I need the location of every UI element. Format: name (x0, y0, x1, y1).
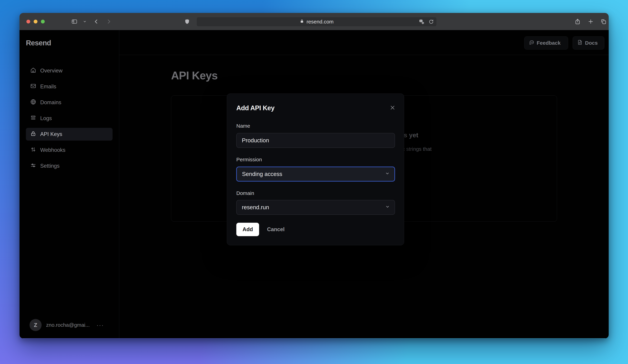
permission-label: Permission (236, 157, 262, 163)
sidebar-item-overview[interactable]: Overview (26, 64, 113, 77)
sidebar-item-label: API Keys (40, 131, 62, 137)
svg-text:文: 文 (422, 22, 424, 24)
forward-button[interactable] (106, 19, 112, 24)
sidebar-item-label: Overview (40, 68, 63, 74)
new-tab-button[interactable] (588, 19, 594, 24)
address-bar[interactable]: resend.com A 文 (196, 17, 437, 27)
chevron-down-icon (385, 204, 390, 211)
plus-icon (588, 19, 594, 24)
sidebar-item-logs[interactable]: Logs (26, 112, 113, 125)
translate-icon: A 文 (419, 19, 424, 24)
svg-text:A: A (420, 20, 422, 22)
url-text: resend.com (307, 19, 334, 25)
sidebar-item-label: Webhooks (40, 147, 66, 153)
name-input[interactable]: Production (236, 133, 395, 148)
translate-button[interactable]: A 文 (419, 19, 424, 24)
back-button[interactable] (93, 19, 99, 24)
resend-dashboard: Resend Overview Emails Domains Logs (19, 30, 609, 338)
sidebar-item-domains[interactable]: Domains (26, 96, 113, 109)
tab-group-chevron-button[interactable] (83, 20, 86, 23)
feedback-bubble-icon (529, 40, 534, 46)
tab-overview-button[interactable] (600, 18, 607, 25)
home-icon (30, 67, 36, 74)
domain-select-value: resend.run (242, 204, 269, 211)
sidebar-divider (119, 30, 119, 338)
sidebar-item-label: Domains (40, 99, 61, 106)
chevron-down-icon (83, 20, 86, 23)
logs-icon (30, 115, 36, 122)
add-button[interactable]: Add (236, 223, 259, 236)
sidebar-toggle-icon (71, 18, 78, 25)
permission-select-value: Sending access (242, 171, 282, 177)
close-icon (390, 105, 395, 111)
modal-close-button[interactable] (389, 104, 397, 112)
name-label: Name (236, 123, 250, 129)
header-divider (119, 55, 609, 55)
sidebar-item-webhooks[interactable]: Webhooks (26, 144, 113, 156)
zoom-window-button[interactable] (41, 20, 45, 23)
permission-select[interactable]: Sending access (236, 167, 395, 182)
sidebar-item-api-keys[interactable]: API Keys (26, 128, 113, 141)
share-button[interactable] (574, 18, 581, 25)
account-row: Z zno.rocha@gmai... ··· (29, 319, 104, 331)
desktop-background: resend.com A 文 (0, 0, 628, 364)
account-menu-button[interactable]: ··· (96, 322, 104, 328)
sidebar-nav: Overview Emails Domains Logs API Keys (26, 64, 113, 176)
sidebar-item-label: Emails (40, 83, 56, 90)
account-email: zno.rocha@gmai... (46, 322, 90, 328)
privacy-report-button[interactable] (184, 19, 190, 24)
back-icon (93, 19, 99, 24)
lock-icon (30, 131, 36, 138)
sidebar-toggle-button[interactable] (71, 18, 78, 25)
reload-button[interactable] (429, 19, 434, 24)
sidebar-item-label: Settings (40, 163, 60, 169)
mail-icon (30, 83, 36, 90)
sidebar-item-settings[interactable]: Settings (26, 160, 113, 172)
traffic-lights (26, 20, 45, 23)
domain-select[interactable]: resend.run (236, 200, 395, 215)
sidebar-item-label: Logs (40, 115, 52, 121)
tabs-icon (600, 18, 607, 25)
reload-icon (429, 19, 434, 24)
avatar: Z (29, 319, 42, 331)
name-input-value: Production (242, 137, 269, 144)
page-title: API Keys (171, 69, 218, 82)
feedback-button[interactable]: Feedback (524, 36, 568, 50)
chevron-down-icon (385, 171, 390, 177)
add-api-key-modal: Add API Key Name Production Permission S… (227, 94, 404, 245)
forward-icon (106, 19, 112, 24)
close-window-button[interactable] (26, 20, 30, 23)
share-icon (574, 18, 581, 25)
document-icon (577, 40, 583, 46)
browser-titlebar: resend.com A 文 (19, 13, 609, 30)
browser-window: resend.com A 文 (19, 13, 609, 338)
lock-icon (300, 19, 304, 25)
minimize-window-button[interactable] (34, 20, 37, 23)
arrows-up-down-icon (30, 147, 36, 154)
shield-icon (184, 19, 190, 24)
sidebar-item-emails[interactable]: Emails (26, 80, 113, 93)
sliders-icon (30, 163, 36, 170)
feedback-label: Feedback (537, 40, 560, 46)
globe-icon (30, 99, 36, 106)
resend-logo: Resend (26, 39, 51, 47)
docs-button[interactable]: Docs (573, 36, 604, 50)
modal-title: Add API Key (236, 104, 274, 112)
domain-label: Domain (236, 190, 254, 196)
cancel-button[interactable]: Cancel (267, 223, 285, 236)
docs-label: Docs (585, 40, 598, 46)
